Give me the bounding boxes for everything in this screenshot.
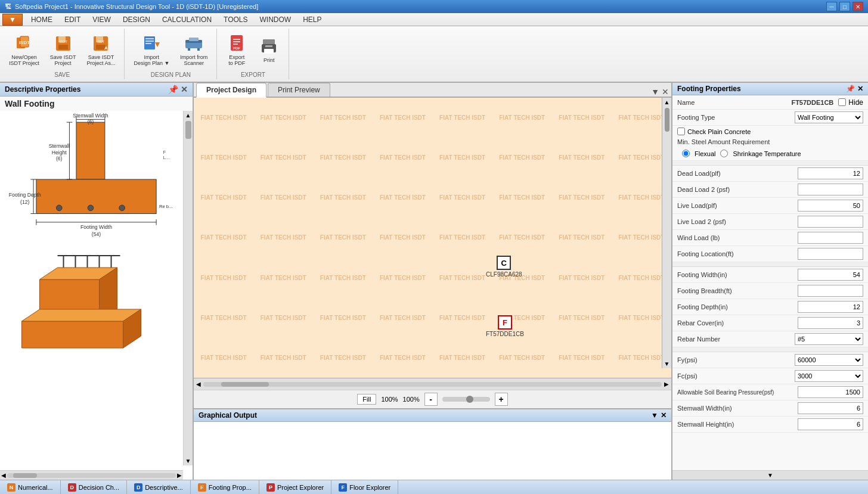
fc-select[interactable]: 3000 4000 <box>795 370 863 382</box>
left-vscroll-up[interactable]: ▲ <box>184 111 193 120</box>
watermark-cell: FIAT TECH ISDT <box>253 138 313 178</box>
fill-button[interactable]: Fill <box>357 394 376 405</box>
props-scroll-down[interactable]: ▼ <box>767 472 773 479</box>
watermark-cell: FIAT TECH ISDT <box>373 98 432 138</box>
minimize-button[interactable]: ─ <box>826 2 837 11</box>
props-pin[interactable]: 📌 <box>846 85 855 93</box>
check-plain-checkbox[interactable] <box>677 128 685 135</box>
left-panel-pin[interactable]: 📌 <box>168 85 178 94</box>
watermark-cell: FIAT TECH ISDT <box>253 338 313 378</box>
app-menu-button[interactable]: ▼ <box>2 14 23 26</box>
allowable-soil-input[interactable]: 1500 <box>798 386 863 398</box>
rebar-cover-input[interactable]: 3 <box>798 317 863 329</box>
watermark-cell: FIAT TECH ISDT <box>313 258 373 298</box>
hide-checkbox[interactable] <box>838 98 846 106</box>
menu-calculation[interactable]: CALCULATION <box>156 14 218 25</box>
tabs-close-btn[interactable]: ✕ <box>662 87 669 97</box>
bottom-tab-floor-explorer[interactable]: F Floor Explorer <box>331 480 398 494</box>
flexual-radio[interactable] <box>682 150 690 157</box>
tab-project-design[interactable]: Project Design <box>196 83 266 98</box>
footing-box[interactable]: F <box>498 315 512 330</box>
project-explorer-icon: P <box>266 483 275 492</box>
bottom-tab-descriptive[interactable]: D Descriptive... <box>127 480 191 494</box>
maximize-button[interactable]: □ <box>839 2 850 11</box>
zoom-minus-button[interactable]: - <box>424 393 438 406</box>
import-design-button[interactable]: Import Design Plan ▼ <box>129 30 173 70</box>
canvas-vscroll[interactable]: ▲ ▼ <box>662 98 671 368</box>
menu-design[interactable]: DESIGN <box>117 14 156 25</box>
live-load2-input[interactable] <box>798 216 863 228</box>
canvas-vscroll-down[interactable]: ▼ <box>662 359 671 368</box>
svg-text:ISDT: ISDT <box>59 40 67 44</box>
canvas-hscroll-bar: ◀ ▶ <box>194 378 671 390</box>
props-close[interactable]: ✕ <box>857 85 863 93</box>
import-scanner-button[interactable]: Import from Scanner <box>176 30 212 70</box>
footing-width-input[interactable]: 54 <box>798 269 863 281</box>
left-hscroll-left[interactable]: ◀ <box>0 472 7 479</box>
left-hscroll-thumb[interactable] <box>13 473 37 478</box>
graphical-output-toggle[interactable]: ▼ <box>651 411 658 420</box>
bottom-tab-decision[interactable]: D Decision Ch... <box>61 480 127 494</box>
shrinkage-radio[interactable] <box>720 150 728 157</box>
rebar-number-select[interactable]: #5 #3 #4 #6 <box>795 333 863 345</box>
svg-point-55 <box>88 205 94 211</box>
left-vscroll-thumb[interactable] <box>185 121 191 139</box>
stemwall-height-input[interactable]: 6 <box>798 418 863 430</box>
new-open-button[interactable]: ISDT New/Open ISDT Project <box>5 30 44 70</box>
canvas-vscroll-thumb[interactable] <box>665 108 669 132</box>
footing-element[interactable]: F FT57DDE1CB <box>486 315 524 337</box>
svg-rect-30 <box>265 45 272 47</box>
left-hscroll-right[interactable]: ▶ <box>176 472 183 479</box>
save-isdt-button[interactable]: ISDT Save ISDT Project <box>46 30 80 70</box>
stemwall-width-input[interactable]: 6 <box>798 402 863 414</box>
zoom-plus-button[interactable]: + <box>495 393 508 406</box>
zoom-percent-1: 100% <box>381 396 398 403</box>
left-panel-hscroll[interactable]: ◀ ▶ <box>0 470 183 480</box>
canvas-hscroll-left[interactable]: ◀ <box>196 381 201 387</box>
wind-load-input[interactable] <box>798 232 863 244</box>
column-box[interactable]: C <box>497 256 511 270</box>
canvas-vscroll-up[interactable]: ▲ <box>662 98 671 107</box>
bottom-tab-numerical[interactable]: N Numerical... <box>0 480 61 494</box>
svg-marker-70 <box>22 309 141 321</box>
dead-load2-input[interactable] <box>798 184 863 195</box>
menu-tools[interactable]: TOOLS <box>218 14 253 25</box>
watermark-cell: FIAT TECH ISDT <box>313 218 373 257</box>
print-button[interactable]: Print <box>254 30 284 70</box>
svg-text:Stemwall Width: Stemwall Width <box>73 113 108 119</box>
footing-breadth-input[interactable] <box>798 285 863 297</box>
watermark-cell: FIAT TECH ISDT <box>253 258 313 298</box>
tabs-menu-btn[interactable]: ▼ <box>651 87 659 97</box>
canvas-hscroll-right[interactable]: ▶ <box>664 381 669 387</box>
bottom-tab-footing-prop[interactable]: F Footing Prop... <box>191 480 259 494</box>
menu-view[interactable]: VIEW <box>86 14 117 25</box>
left-panel-vscroll[interactable]: ▲ ▼ <box>183 111 193 465</box>
watermark-cell: FIAT TECH ISDT <box>313 178 373 218</box>
props-name-row: Name FT57DDE1CB Hide <box>672 95 868 110</box>
fy-select[interactable]: 60000 40000 <box>795 354 863 366</box>
live-load-input[interactable]: 50 <box>798 200 863 212</box>
bottom-tab-project-explorer[interactable]: P Project Explorer <box>259 480 331 494</box>
footing-type-select[interactable]: Wall Footing <box>795 111 863 123</box>
save-as-button[interactable]: ISDT A Save ISDT Project As... <box>82 30 119 70</box>
left-vscroll-down[interactable]: ▼ <box>184 456 193 465</box>
menu-edit[interactable]: EDIT <box>58 14 86 25</box>
column-element[interactable]: C CLF98CA628 <box>486 256 522 278</box>
zoom-slider-thumb[interactable] <box>466 396 473 403</box>
footing-location-input[interactable] <box>798 248 863 260</box>
import-scanner-label: Import from Scanner <box>180 54 207 66</box>
numerical-label: Numerical... <box>18 484 53 491</box>
canvas-hscroll-thumb[interactable] <box>221 382 269 387</box>
graphical-output-close[interactable]: ✕ <box>661 411 666 420</box>
tab-print-preview[interactable]: Print Preview <box>268 83 330 97</box>
left-panel-close[interactable]: ✕ <box>181 85 188 94</box>
export-pdf-button[interactable]: PDF Export to PDF <box>222 30 252 70</box>
close-button[interactable]: ✕ <box>852 2 863 11</box>
menu-help[interactable]: HELP <box>297 14 327 25</box>
allowable-soil-label: Allowable Soil Bearing Pressure(psf) <box>677 389 798 396</box>
zoom-slider[interactable] <box>442 397 490 402</box>
footing-depth-input[interactable]: 12 <box>798 301 863 313</box>
menu-home[interactable]: HOME <box>25 14 58 25</box>
menu-window[interactable]: WINDOW <box>254 14 297 25</box>
dead-load-input[interactable]: 12 <box>798 167 863 179</box>
